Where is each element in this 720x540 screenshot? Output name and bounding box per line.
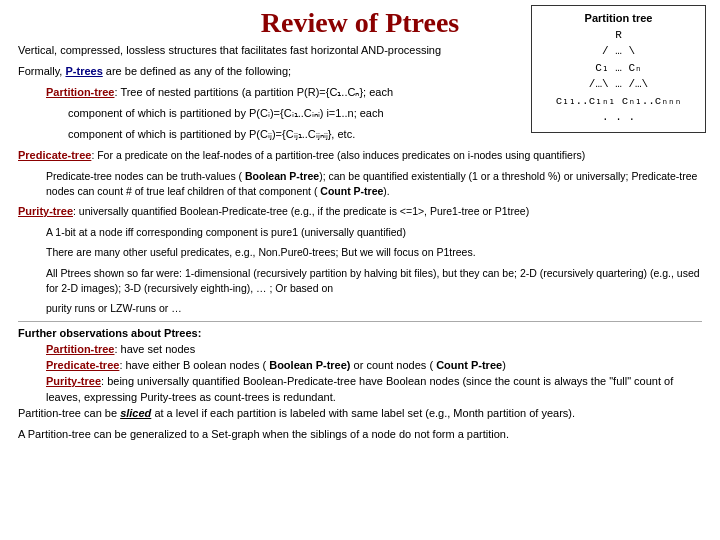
predicate-tree-term: Predicate-tree <box>18 149 91 161</box>
further-title: Further observations about Ptrees: <box>18 326 702 342</box>
further-pt-desc: : have set nodes <box>114 343 195 355</box>
pt-line2: component of which is partitioned by P(C… <box>68 107 384 119</box>
further-pred-or: or count nodes ( <box>354 359 434 371</box>
further-count-label: Count P-tree <box>436 359 502 371</box>
further-set-graph: A Partition-tree can be generalized to a… <box>18 427 702 443</box>
bool-p-tree-label: Boolean P-tree <box>245 170 319 182</box>
further-pred: Predicate-tree: have either B oolean nod… <box>46 358 702 374</box>
partition-tree-diagram: Partition tree R / … \ C₁ … Cₙ /…\ … /…\… <box>531 5 706 133</box>
further-bool-label: Boolean P-tree) <box>269 359 350 371</box>
pt-line3: component of which is partitioned by P(C… <box>68 128 355 140</box>
partition-tree-term: Partition-tree <box>46 86 114 98</box>
purity-tree-section: Purity-tree: universally quantified Bool… <box>18 204 702 220</box>
further-pred-term: Predicate-tree <box>46 359 119 371</box>
predicate-tree-line2: Predicate-tree nodes can be truth-values… <box>46 169 702 199</box>
formally-suffix: are be defined as any of the following; <box>106 65 291 77</box>
purity-tree-line3: There are many other useful predicates, … <box>46 245 702 260</box>
partition-tree-slash: / … \ <box>538 43 699 60</box>
further-purity: Purity-tree: being universally quantifie… <box>46 374 702 406</box>
p-trees-link: P-trees <box>65 65 102 77</box>
purity-line4: All Ptrees shown so far were: 1-dimensio… <box>46 267 700 294</box>
purity-line2: A 1-bit at a node iff corresponding comp… <box>46 226 406 238</box>
pt2-line2c: ). <box>383 185 389 197</box>
predicate-tree-section: Predicate-tree: For a predicate on the l… <box>18 148 702 164</box>
purity-tree-line4: All Ptrees shown so far were: 1-dimensio… <box>46 266 702 296</box>
partition-tree-title: Partition tree <box>538 10 699 27</box>
further-pred-desc1: : have either B oolean nodes ( <box>119 359 266 371</box>
purity-tree-desc: : universally quantified Boolean-Predica… <box>73 205 529 217</box>
further-slice: Partition-tree can be sliced at a level … <box>18 406 702 422</box>
further-section: Further observations about Ptrees: Parti… <box>18 326 702 443</box>
partition-tree-leaves: c₁₁..c₁ₙ₁ cₙ₁..cₙₙₙ <box>538 93 699 110</box>
count-p-tree-label: Count P-tree <box>320 185 383 197</box>
partition-tree-dots: . . . <box>538 109 699 126</box>
further-pt-term: Partition-tree <box>46 343 114 355</box>
purity-line3: There are many other useful predicates, … <box>46 246 476 258</box>
partition-tree-c1cn: C₁ … Cₙ <box>538 60 699 77</box>
further-pt: Partition-tree: have set nodes <box>46 342 702 358</box>
further-purity-desc: : being universally quantified Boolean-P… <box>46 375 673 403</box>
further-purity-term: Purity-tree <box>46 375 101 387</box>
partition-tree-slash2: /…\ … /…\ <box>538 76 699 93</box>
further-pred-end: ) <box>502 359 506 371</box>
predicate-tree-desc: : For a predicate on the leaf-nodes of a… <box>91 149 585 161</box>
pt2-line2: Predicate-tree nodes can be truth-values… <box>46 170 242 182</box>
purity-tree-line2: A 1-bit at a node iff corresponding comp… <box>46 225 702 240</box>
purity-tree-line5: purity runs or LZW-runs or … <box>46 301 702 316</box>
partition-tree-r: R <box>538 27 699 44</box>
formally-label: Formally, <box>18 65 65 77</box>
partition-tree-desc: Tree of nested partitions (a partition P… <box>120 86 393 98</box>
divider <box>18 321 702 322</box>
purity-line5: purity runs or LZW-runs or … <box>46 302 182 314</box>
purity-tree-term: Purity-tree <box>18 205 73 217</box>
